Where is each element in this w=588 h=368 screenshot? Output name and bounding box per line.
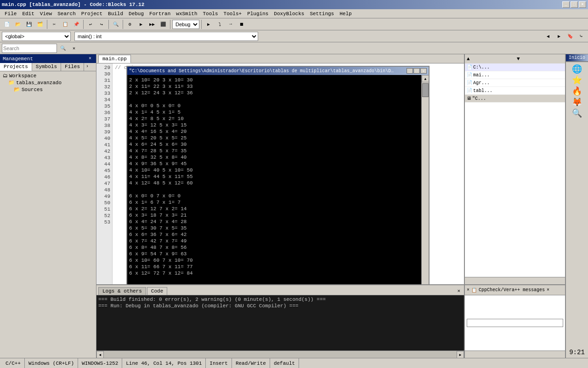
function-combo[interactable]: main() : int (74, 32, 258, 41)
menu-file[interactable]: File (2, 10, 19, 17)
cut-button[interactable]: ✂ (49, 19, 59, 29)
console-scrollbar[interactable]: ▲ ▼ (421, 75, 429, 284)
workspace-item[interactable]: 🗂 Workspace (1, 72, 95, 79)
jump-btn[interactable]: ⤷ (576, 31, 586, 41)
tab-files[interactable]: Files (61, 63, 84, 71)
console-close[interactable]: × (420, 68, 427, 74)
redo-button[interactable]: ↪ (96, 19, 107, 29)
cppcheck-close-x[interactable]: × (547, 288, 549, 293)
maximize-button[interactable]: □ (571, 1, 578, 8)
menu-tools[interactable]: Tools (200, 10, 221, 17)
right-panel: ▲ ▼ 📄 C:\... 📄 mai... 📄 Agr... (464, 54, 565, 284)
scroll-up-btn[interactable]: ▲ (422, 75, 429, 82)
file-name-1: C:\... (473, 65, 490, 70)
new-button[interactable]: 📄 (2, 19, 12, 29)
far-right-panel: Inicio 🌐 ⭐ 🔥 🦊 🔍 9:21 (565, 54, 588, 358)
paste-button[interactable]: 📌 (71, 19, 81, 29)
panel-arrow-right[interactable]: › (84, 63, 90, 71)
right-file-item-4[interactable]: 📄 tabl... (465, 87, 565, 95)
cppcheck-close-btn[interactable]: × (467, 288, 469, 293)
menu-tools-plus[interactable]: Tools+ (221, 10, 245, 17)
next-bookmark-btn[interactable]: ▶ (554, 31, 564, 41)
project-item[interactable]: 📁 tablas_avanzado (1, 79, 95, 86)
right-file-item-5[interactable]: 🖥 "C... (465, 95, 565, 103)
console-line: 4 x 4= 16 5 x 4= 20 (129, 128, 419, 135)
browser-icon-5[interactable]: 🔍 (572, 108, 582, 118)
right-file-item-3[interactable]: 📄 Agr... (465, 79, 565, 87)
run-btn[interactable]: ▶ (136, 19, 146, 29)
browser-icon-1[interactable]: 🌐 (572, 64, 582, 74)
menu-help[interactable]: Help (337, 10, 354, 17)
open-button[interactable]: 📂 (13, 19, 23, 29)
global-combo[interactable]: <global> (2, 32, 71, 41)
bottom-close-btn[interactable]: × (455, 288, 462, 295)
debug-next-btn[interactable]: → (226, 19, 236, 29)
browser-icon-4[interactable]: 🦊 (572, 97, 582, 107)
debug-combo[interactable]: Debug (172, 20, 199, 29)
search-clear-btn[interactable]: ✕ (69, 43, 79, 53)
tab-symbols[interactable]: Symbols (32, 63, 61, 71)
editor-tab-main[interactable]: main.cpp (98, 55, 131, 63)
right-file-item-2[interactable]: 📄 mai... (465, 71, 565, 79)
debug-step-btn[interactable]: ⤵ (215, 19, 225, 29)
undo-button[interactable]: ↩ (85, 19, 96, 29)
save-all-button[interactable]: 🗂️ (35, 19, 45, 29)
console-line: 4 x 0= 0 5 x 0= 0 (129, 103, 419, 109)
menu-doxyblocks[interactable]: DoxyBlocks (271, 10, 307, 17)
tab-code[interactable]: Code (147, 287, 167, 295)
menu-settings[interactable]: Settings (307, 10, 337, 17)
console-maximize[interactable]: □ (413, 68, 420, 74)
search-go-btn[interactable]: 🔍 (58, 43, 68, 53)
buildrun-btn[interactable]: ▶▶ (147, 19, 157, 29)
right-file-item[interactable]: 📄 C:\... (465, 63, 565, 71)
right-scrollbar-h[interactable] (465, 277, 565, 284)
console-line: 6 x 9= 54 7 x 9= 63 (129, 251, 419, 257)
bottom-scrollbar-h[interactable]: ◄ ► (96, 351, 464, 358)
window-controls[interactable]: _ □ × (562, 1, 586, 8)
menu-build[interactable]: Build (105, 10, 126, 17)
stop-btn[interactable]: ⬛ (158, 19, 168, 29)
debug-run-btn[interactable]: ▶ (204, 19, 214, 29)
scrollbar-thumb[interactable] (422, 83, 429, 97)
cppcheck-search[interactable] (467, 319, 563, 327)
close-button[interactable]: × (579, 1, 586, 8)
console-minimize[interactable]: _ (407, 68, 413, 74)
menu-edit[interactable]: Edit (19, 10, 37, 17)
copy-button[interactable]: 📋 (60, 19, 70, 29)
browser-icon-3[interactable]: 🔥 (572, 86, 582, 96)
browser-icon-2[interactable]: ⭐ (572, 75, 582, 85)
menu-project[interactable]: Project (79, 10, 105, 17)
build-btn[interactable]: ⚙ (125, 19, 135, 29)
console-line: 4 x 5= 20 5 x 5= 25 (129, 135, 419, 141)
console-line: 6 x 1= 6 7 x 1= 7 (129, 199, 419, 206)
editor-tabs: main.cpp (96, 54, 464, 63)
debug-stop-btn[interactable]: ⏹ (237, 19, 247, 29)
console-controls[interactable]: _ □ × (407, 68, 427, 74)
panel-close-btn[interactable]: × (87, 55, 93, 62)
minimize-button[interactable]: _ (562, 1, 570, 8)
console-window: "C:\Documents and Settings\Administrador… (126, 66, 430, 284)
menu-view[interactable]: View (37, 10, 55, 17)
hscroll-right[interactable]: ► (457, 351, 464, 358)
search-btn[interactable]: 🔍 (111, 19, 121, 29)
bookmark-btn[interactable]: 🔖 (565, 31, 575, 41)
menu-debug[interactable]: Debug (126, 10, 147, 17)
menu-fortran[interactable]: Fortran (147, 10, 173, 17)
cppcheck-scrollbar[interactable] (465, 351, 565, 358)
bottom-tabs: Logs & others Code × (96, 285, 464, 295)
menu-wxsmith[interactable]: wxSmith (173, 10, 200, 17)
search-input[interactable] (2, 44, 57, 53)
sources-item[interactable]: 📂 Sources (1, 86, 95, 93)
tab-projects[interactable]: Projects (0, 63, 32, 71)
status-encoding: WINDOWS-1252 (78, 358, 122, 368)
save-button[interactable]: 💾 (24, 19, 34, 29)
menu-search[interactable]: Search (55, 10, 79, 17)
console-line (129, 96, 419, 103)
right-scroll-down[interactable]: ▼ (515, 54, 565, 63)
tab-logs[interactable]: Logs & others (98, 287, 146, 295)
sep2 (83, 20, 84, 29)
right-scroll-up[interactable]: ▲ (465, 54, 515, 63)
hscroll-left[interactable]: ◄ (96, 351, 104, 358)
menu-plugins[interactable]: Plugins (244, 10, 271, 17)
prev-bookmark-btn[interactable]: ◀ (543, 31, 553, 41)
